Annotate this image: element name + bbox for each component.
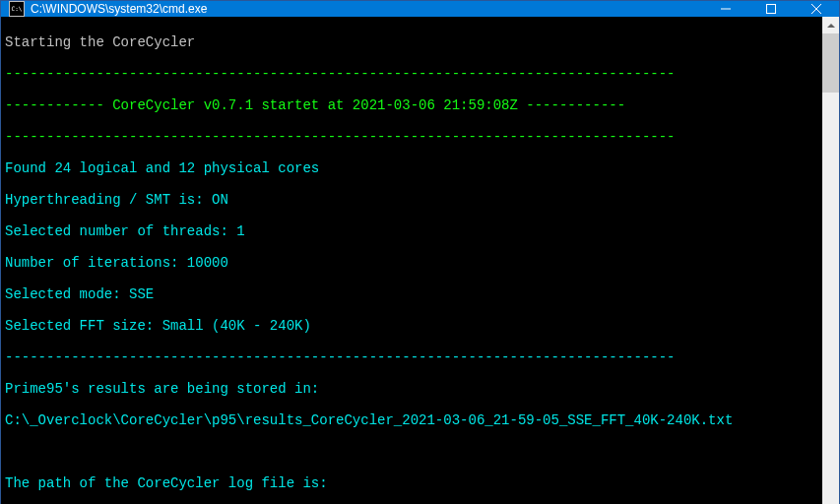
info-line: Prime95's results are being stored in: — [5, 381, 818, 397]
minimize-button[interactable] — [703, 1, 748, 17]
svg-rect-1 — [767, 5, 776, 14]
scrollbar-thumb[interactable] — [822, 33, 839, 93]
info-line: Selected number of threads: 1 — [5, 223, 818, 239]
window-title: C:\WINDOWS\system32\cmd.exe — [31, 2, 703, 16]
cmd-window: C:\WINDOWS\system32\cmd.exe Starting the… — [0, 0, 840, 504]
banner-line: ------------ CoreCycler v0.7.1 startet a… — [5, 97, 818, 113]
maximize-icon — [766, 4, 776, 14]
info-line: Hyperthreading / SMT is: ON — [5, 192, 818, 208]
blank-line — [5, 444, 818, 460]
close-button[interactable] — [794, 1, 839, 17]
info-line: Selected FFT size: Small (40K - 240K) — [5, 318, 818, 334]
console-area: Starting the CoreCycler ----------------… — [1, 17, 839, 504]
chevron-up-icon — [827, 22, 835, 30]
vertical-scrollbar[interactable] — [822, 17, 839, 504]
cmd-icon — [9, 1, 25, 17]
titlebar-buttons — [703, 1, 839, 17]
close-icon — [811, 4, 821, 14]
separator: ----------------------------------------… — [5, 349, 818, 365]
output-line: Starting the CoreCycler — [5, 34, 818, 50]
console-output[interactable]: Starting the CoreCycler ----------------… — [1, 17, 822, 504]
svg-marker-4 — [827, 24, 835, 28]
maximize-button[interactable] — [748, 1, 794, 17]
info-line: Found 24 logical and 12 physical cores — [5, 160, 818, 176]
info-line: Selected mode: SSE — [5, 286, 818, 302]
separator: ----------------------------------------… — [5, 66, 818, 82]
scroll-up-button[interactable] — [822, 17, 839, 33]
scrollbar-track[interactable] — [822, 33, 839, 504]
info-line: C:\_Overclock\CoreCycler\p95\results_Cor… — [5, 412, 818, 428]
titlebar[interactable]: C:\WINDOWS\system32\cmd.exe — [1, 1, 839, 17]
info-line: Number of iterations: 10000 — [5, 255, 818, 271]
separator: ----------------------------------------… — [5, 129, 818, 145]
info-line: The path of the CoreCycler log file is: — [5, 475, 818, 491]
minimize-icon — [721, 4, 731, 14]
